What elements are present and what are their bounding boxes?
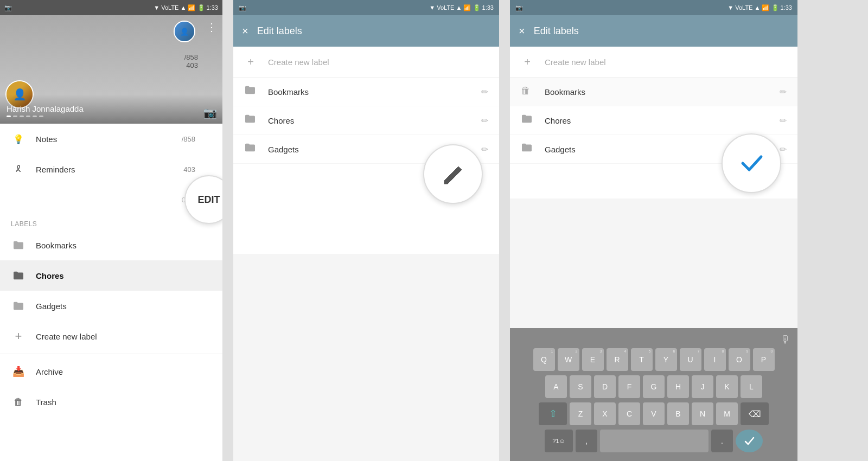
space-key[interactable] [600, 430, 709, 452]
sidebar-item-bookmarks[interactable]: Bookmarks [0, 230, 222, 260]
folder-icon-chores [11, 268, 26, 283]
keyboard-row-4: ?1☺ , . [512, 430, 795, 452]
key-L[interactable]: L [741, 375, 762, 398]
bookmarks-name-3: Bookmarks [545, 87, 780, 97]
mic-icon[interactable]: 🎙 [780, 334, 791, 346]
chores-label: Chores [36, 271, 64, 280]
backspace-key[interactable]: ⌫ [741, 402, 769, 425]
plus-icon-3: + [521, 55, 534, 68]
more-options-icon[interactable]: ⋮ [206, 21, 217, 34]
key-num-3: 3 [600, 349, 602, 353]
status3-left: 📷 [515, 4, 523, 11]
create-label-row-2[interactable]: + Create new label [233, 47, 499, 78]
shift-key[interactable]: ⇧ [539, 402, 567, 425]
sidebar-item-create-label[interactable]: + Create new label [0, 321, 222, 351]
key-num-8: 8 [722, 349, 724, 353]
edit-icon-gadgets-3[interactable]: ✏ [780, 144, 787, 155]
key-num-6: 6 [673, 349, 675, 353]
comma-key[interactable]: , [576, 430, 597, 452]
label-row-chores-2[interactable]: Chores ✏ [233, 106, 499, 135]
stat-number-2: 403 [184, 61, 198, 69]
profile-header: 👤 👤 Harish Jonnalagadda [0, 15, 222, 124]
key-P[interactable]: 0P [753, 348, 775, 371]
edit-labels-title-3: Edit labels [534, 25, 579, 37]
edit-icon-bookmarks-3[interactable]: ✏ [780, 87, 787, 97]
folder-icon-gadgets-3 [521, 143, 534, 156]
profile-dots [7, 116, 216, 117]
edit-icon-gadgets-2[interactable]: ✏ [481, 144, 488, 155]
key-N[interactable]: N [692, 402, 713, 425]
key-num-0: 0 [771, 349, 773, 353]
labels-list-2: + Create new label Bookmarks ✏ Chores ✏ … [233, 47, 499, 254]
key-A[interactable]: A [545, 375, 567, 398]
edit-label: EDIT [197, 194, 220, 206]
camera-icon[interactable]: 📷 [203, 106, 217, 119]
key-M[interactable]: M [716, 402, 738, 425]
key-T[interactable]: 5T [631, 348, 653, 371]
key-num-5: 5 [649, 349, 651, 353]
key-D[interactable]: D [594, 375, 616, 398]
label-row-chores-3[interactable]: Chores ✏ [510, 106, 797, 135]
create-label-row-3[interactable]: + Create new label [510, 47, 797, 78]
create-label-text-3: Create new label [545, 57, 606, 67]
key-G[interactable]: G [643, 375, 665, 398]
key-Z[interactable]: Z [570, 402, 591, 425]
key-E[interactable]: 3E [582, 348, 604, 371]
label-row-bookmarks-2[interactable]: Bookmarks ✏ [233, 78, 499, 106]
labels-section-header: Labels [0, 215, 222, 230]
trash-icon-bookmarks-3[interactable]: 🗑 [521, 85, 534, 98]
key-X[interactable]: X [594, 402, 616, 425]
close-button-3[interactable]: × [519, 25, 525, 37]
sidebar-item-notes[interactable]: 💡 Notes /858 [0, 124, 222, 154]
key-num-1: 1 [551, 349, 553, 353]
key-Q[interactable]: 1Q [533, 348, 555, 371]
key-U[interactable]: 7U [680, 348, 701, 371]
dot-3 [20, 116, 24, 117]
edit-icon-bookmarks-2[interactable]: ✏ [481, 87, 488, 97]
key-R[interactable]: 4R [607, 348, 628, 371]
key-S[interactable]: S [570, 375, 591, 398]
key-O[interactable]: 9O [729, 348, 750, 371]
sym-key[interactable]: ?1☺ [545, 430, 573, 452]
pencil-bubble [423, 144, 483, 204]
edit-icon-chores-2[interactable]: ✏ [481, 116, 488, 126]
key-K[interactable]: K [716, 375, 738, 398]
avatar-secondary: 👤 [174, 21, 195, 42]
period-key[interactable]: . [711, 430, 733, 452]
archive-label: Archive [36, 367, 63, 376]
key-V[interactable]: V [643, 402, 665, 425]
profile-overlay: Harish Jonnalagadda [0, 94, 222, 124]
profile-background: 👤 👤 Harish Jonnalagadda [0, 15, 222, 124]
dot-1 [7, 116, 11, 117]
label-row-bookmarks-3[interactable]: 🗑 Bookmarks ✏ [510, 78, 797, 106]
key-B[interactable]: B [667, 402, 689, 425]
key-num-7: 7 [698, 349, 700, 353]
close-button-2[interactable]: × [242, 25, 248, 37]
sidebar-item-archive[interactable]: 📥 Archive [0, 356, 222, 387]
folder-icon-chores-2 [244, 114, 257, 127]
keyboard-row-3: ⇧ Z X C V B N M ⌫ [512, 402, 795, 425]
status-bar-2: 📷 ▼ VoLTE ▲ 📶 🔋 1:33 [233, 0, 499, 15]
sidebar-item-trash[interactable]: 🗑 Trash [0, 387, 222, 417]
create-label-text-2: Create new label [268, 57, 329, 67]
folder-icon-chores-3 [521, 114, 534, 127]
key-I[interactable]: 8I [704, 348, 726, 371]
sidebar-item-chores[interactable]: Chores [0, 260, 222, 291]
folder-icon-gadgets-2 [244, 143, 257, 156]
folder-icon-bookmarks [11, 238, 26, 253]
key-Y[interactable]: 6Y [655, 348, 677, 371]
key-C[interactable]: C [618, 402, 640, 425]
key-J[interactable]: J [692, 375, 713, 398]
enter-key[interactable] [736, 430, 763, 452]
edit-icon-chores-3[interactable]: ✏ [780, 116, 787, 126]
panel-edit-labels: 📷 ▼ VoLTE ▲ 📶 🔋 1:33 × Edit labels + Cre… [233, 0, 499, 461]
divider-1 [0, 354, 222, 354]
status-left-icons: 📷 [4, 4, 12, 11]
key-H[interactable]: H [667, 375, 689, 398]
key-num-4: 4 [624, 349, 627, 353]
key-F[interactable]: F [618, 375, 640, 398]
notes-stat: /858 [182, 135, 195, 143]
key-W[interactable]: 2W [558, 348, 579, 371]
sidebar-item-reminders[interactable]: 🎗 Reminders 403 [0, 154, 222, 184]
sidebar-item-gadgets[interactable]: Gadgets [0, 291, 222, 321]
